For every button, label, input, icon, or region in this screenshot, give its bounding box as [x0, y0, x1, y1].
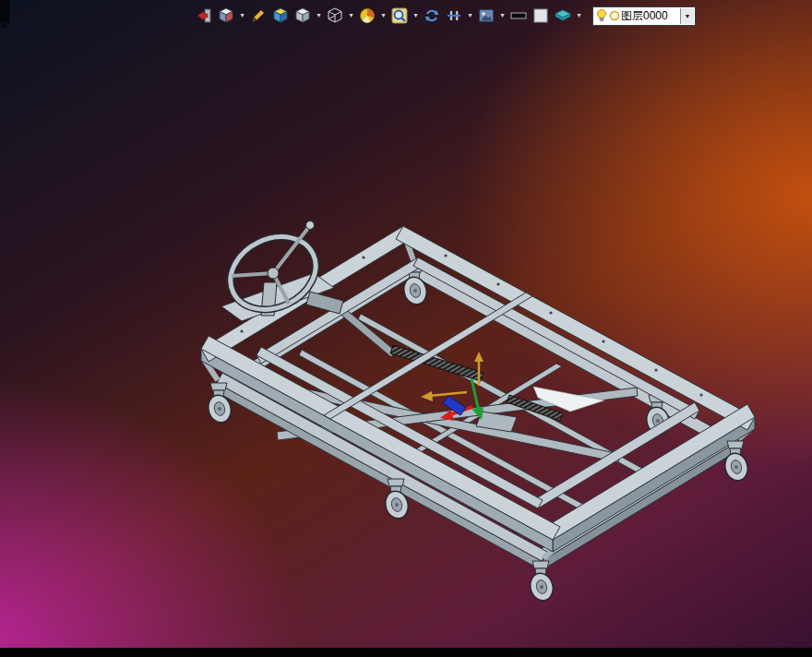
bulb-icon — [595, 7, 608, 24]
section-view-button[interactable]: H — [444, 6, 464, 26]
layer-selector[interactable]: 图层0000 ▼ — [592, 6, 696, 26]
scene-image-icon — [477, 6, 496, 25]
chevron-down-icon[interactable]: ▾ — [466, 12, 474, 19]
chevron-down-icon[interactable]: ▾ — [575, 12, 583, 19]
view-orientation-button[interactable] — [216, 6, 236, 26]
chevron-down-icon[interactable]: ▾ — [238, 12, 246, 19]
3d-viewport[interactable] — [0, 0, 812, 657]
top-platform-frame[interactable] — [201, 226, 755, 552]
background-swatch-button[interactable] — [531, 6, 551, 26]
scene-settings-button[interactable] — [476, 6, 496, 26]
layer-selector-value: 图层0000 — [621, 8, 680, 24]
appearance-button[interactable] — [357, 6, 377, 26]
layer-color-icon — [608, 7, 621, 24]
handwheel[interactable] — [219, 221, 343, 324]
layers-button[interactable] — [553, 6, 573, 26]
magnifier-icon — [390, 6, 409, 25]
appearance-color-icon — [358, 6, 376, 25]
wireframe-cube-icon — [326, 6, 344, 25]
chevron-down-icon[interactable]: ▾ — [315, 12, 323, 19]
layers-icon — [554, 6, 572, 25]
caster-wheel[interactable] — [528, 561, 556, 603]
view-orientation-icon — [217, 6, 235, 25]
view-toolbar: ▾ ▾ ▾ — [194, 5, 696, 27]
chevron-down-icon[interactable]: ▾ — [347, 12, 355, 19]
chevron-down-icon[interactable]: ▾ — [412, 12, 420, 19]
chevron-down-icon[interactable]: ▾ — [498, 12, 507, 19]
exit-icon — [195, 6, 213, 25]
black-swatch-icon — [509, 6, 528, 25]
sketch-pencil-button[interactable] — [248, 6, 269, 26]
display-style-cube-icon — [293, 6, 312, 25]
shaded-display-button[interactable] — [270, 6, 291, 26]
white-swatch-icon — [531, 6, 550, 25]
wireframe-display-button[interactable] — [325, 6, 345, 26]
display-style-button[interactable] — [293, 6, 313, 26]
layer-selector-dropdown-button[interactable]: ▼ — [680, 8, 694, 24]
zoom-button[interactable] — [389, 6, 410, 26]
handwheel-knob — [306, 221, 315, 230]
cad-application-window: { "header": { "hint_text": "线型提示", "tool… — [0, 0, 812, 657]
pencil-icon — [249, 6, 268, 25]
rebuild-refresh-button[interactable] — [422, 6, 442, 26]
refresh-icon — [423, 6, 441, 25]
chevron-down-icon[interactable]: ▾ — [379, 12, 388, 19]
section-view-icon: H — [445, 6, 463, 25]
exit-button[interactable] — [194, 6, 214, 26]
shaded-cube-icon — [271, 6, 290, 25]
edge-color-black-button[interactable] — [508, 6, 529, 26]
